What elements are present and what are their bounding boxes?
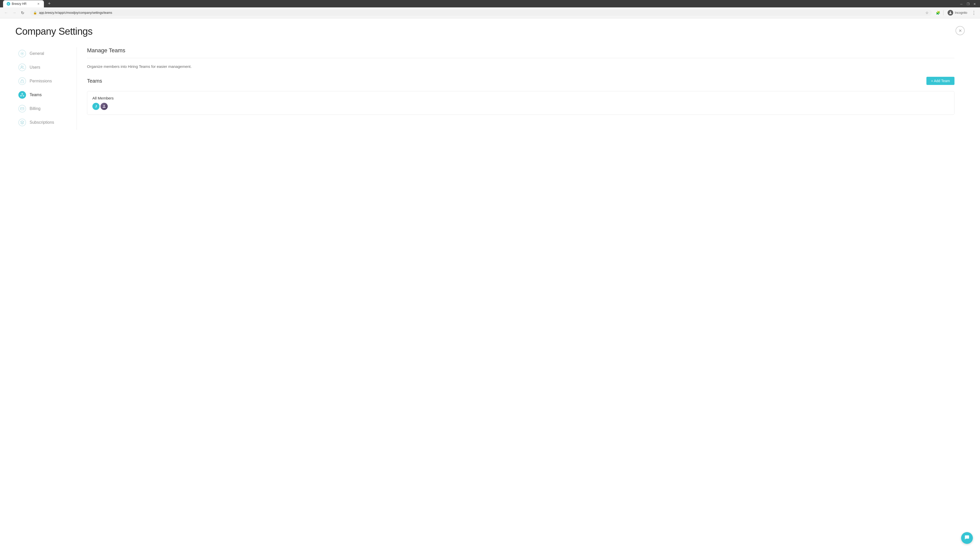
svg-rect-3 [21, 81, 24, 83]
permissions-icon [18, 77, 26, 85]
teams-icon [18, 91, 26, 99]
sidebar-item-permissions[interactable]: Permissions [15, 75, 72, 87]
browser-toolbar: ← → ↻ 🔒 ☆ 🧩 Incognito ⋮ [0, 7, 980, 18]
sidebar-label-general: General [30, 51, 44, 56]
svg-point-2 [21, 66, 22, 67]
users-icon [18, 64, 26, 71]
chat-icon [964, 535, 970, 541]
page-header: Company Settings ✕ [15, 26, 965, 37]
svg-point-1 [22, 53, 23, 54]
section-divider [87, 58, 955, 58]
manage-teams-title: Manage Teams [87, 47, 955, 54]
extensions-icon: 🧩 [936, 11, 940, 15]
sidebar-item-general[interactable]: General [15, 47, 72, 60]
incognito-button[interactable]: Incognito [945, 9, 969, 17]
close-settings-button[interactable]: ✕ [956, 26, 965, 35]
forward-icon: → [12, 11, 16, 15]
main-content: Manage Teams Organize members into Hirin… [76, 47, 965, 130]
sidebar-item-billing[interactable]: Billing [15, 102, 72, 115]
svg-point-4 [22, 93, 23, 94]
active-tab[interactable]: B Breezy HR ✕ [3, 0, 44, 7]
sidebar-label-teams: Teams [30, 93, 41, 97]
address-bar[interactable]: 🔒 ☆ [30, 10, 932, 16]
tab-favicon: B [6, 2, 10, 6]
tab-close-button[interactable]: ✕ [36, 2, 40, 6]
subscriptions-icon [18, 119, 26, 126]
section-description: Organize members into Hiring Teams for e… [87, 64, 955, 68]
incognito-icon [948, 10, 953, 16]
tab-title: Breezy HR [12, 2, 35, 6]
incognito-label: Incognito [955, 11, 967, 14]
svg-point-0 [950, 11, 951, 13]
forward-button[interactable]: → [11, 9, 18, 16]
bookmark-icon: ☆ [925, 11, 929, 15]
reload-button[interactable]: ↻ [19, 9, 26, 16]
sidebar-item-teams[interactable]: Teams [15, 89, 72, 101]
sidebar-label-subscriptions: Subscriptions [30, 120, 54, 125]
team-members: J [92, 103, 949, 110]
teams-section-header: Teams + Add Team [87, 77, 955, 85]
sidebar-item-subscriptions[interactable]: Subscriptions [15, 116, 72, 129]
sidebar-label-permissions: Permissions [30, 79, 52, 83]
sidebar: General Users [15, 47, 76, 130]
back-button[interactable]: ← [3, 9, 10, 16]
settings-layout: General Users [15, 47, 965, 130]
sidebar-item-users[interactable]: Users [15, 61, 72, 74]
add-team-button[interactable]: + Add Team [926, 77, 955, 85]
url-input[interactable] [39, 11, 923, 14]
avatar-j: J [92, 103, 100, 110]
page-title: Company Settings [15, 26, 93, 37]
minimize-button[interactable]: ─ [959, 2, 964, 6]
avatar-photo [100, 103, 108, 110]
back-icon: ← [4, 11, 8, 15]
new-tab-button[interactable]: + [46, 0, 53, 7]
team-name: All Members [92, 96, 949, 100]
tab-bar: B Breezy HR ✕ + ─ ❐ ✕ [0, 0, 980, 7]
browser-chrome: B Breezy HR ✕ + ─ ❐ ✕ ← → ↻ 🔒 ☆ 🧩 [0, 0, 980, 18]
svg-rect-7 [21, 107, 24, 110]
sidebar-label-users: Users [30, 65, 40, 70]
restore-button[interactable]: ❐ [966, 2, 970, 6]
avatar-photo-inner [100, 103, 108, 110]
general-icon [18, 50, 26, 57]
more-icon: ⋮ [972, 10, 976, 16]
window-close-button[interactable]: ✕ [972, 2, 977, 6]
sidebar-label-billing: Billing [30, 106, 41, 111]
teams-section-label: Teams [87, 78, 102, 84]
browser-more-button[interactable]: ⋮ [970, 9, 977, 16]
billing-icon [18, 105, 26, 113]
svg-point-9 [103, 105, 105, 106]
team-card-all-members: All Members J [87, 91, 955, 115]
lock-icon: 🔒 [33, 11, 37, 14]
page-content: Company Settings ✕ General [0, 18, 980, 546]
reload-icon: ↻ [21, 11, 24, 15]
chat-button[interactable] [961, 532, 973, 544]
